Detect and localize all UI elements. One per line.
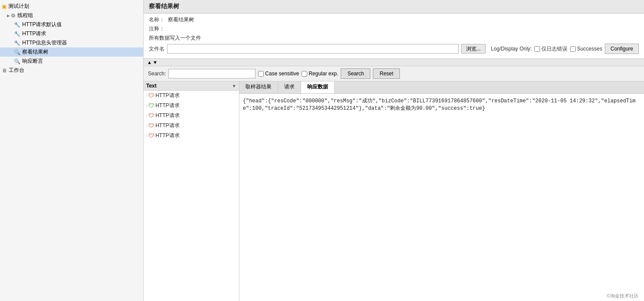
tree-header-text: Text — [146, 83, 157, 89]
regex-option[interactable]: Regular exp. — [302, 71, 338, 77]
config-panel: 名称： 察看结果树 注释： 所有数据写入一个文件 文件名 浏览... Log/D… — [144, 14, 644, 59]
tabs-row: 取样器结果请求响应数据 — [239, 81, 644, 94]
assert-icon: 🔍 — [14, 58, 20, 64]
tree-item-label: HTTP请求 — [155, 102, 179, 109]
eye-icon: 🔍 — [14, 49, 20, 55]
tree-expand-icon: ◦ — [146, 124, 148, 128]
file-input[interactable] — [167, 44, 459, 54]
tree-expand-icon: ◦ — [146, 94, 148, 98]
tree-header: Text ▼ — [144, 81, 239, 91]
status-red-icon: 🛡 — [148, 112, 154, 119]
log-error-option[interactable]: 仅日志错误 — [534, 45, 567, 53]
tree-item[interactable]: ◦🛡HTTP请求 — [144, 131, 239, 141]
expand-icon: ▶ — [7, 14, 10, 18]
regex-label: Regular exp. — [309, 71, 338, 77]
sidebar-item-label: HTTP信息头管理器 — [22, 39, 67, 47]
case-sensitive-label: Case sensitive — [265, 71, 299, 77]
sidebar-item-result-tree[interactable]: 🔍察看结果树 — [0, 47, 143, 57]
footer: ©淘金技术社区 — [601, 291, 644, 301]
tree-item[interactable]: ◦🛡HTTP请求 — [144, 111, 239, 121]
comment-label: 注释： — [149, 25, 164, 33]
sidebar: ▣测试计划▶⚙线程组🔧HTTP请求默认值🔧HTTP请求🔧HTTP信息头管理器🔍察… — [0, 0, 144, 301]
tree-expand-icon: ◦ — [146, 114, 148, 118]
tree-item-label: HTTP请求 — [155, 112, 179, 119]
sidebar-item-label: HTTP请求 — [22, 30, 46, 37]
content-area: Text ▼ ◦🛡HTTP请求◦🛡HTTP请求◦🛡HTTP请求◦🛡HTTP请求◦… — [144, 81, 644, 301]
tree-item-label: HTTP请求 — [155, 92, 179, 99]
successes-checkbox[interactable] — [570, 46, 576, 52]
monitor-icon: 🖥 — [2, 68, 7, 74]
sidebar-item-label: 测试计划 — [8, 3, 29, 10]
search-button[interactable]: Search — [341, 68, 370, 79]
log-error-checkbox[interactable] — [534, 46, 540, 52]
tree-expand-icon: ◦ — [146, 134, 148, 138]
status-green-icon: 🛡 — [148, 102, 154, 109]
sidebar-item-http-default[interactable]: 🔧HTTP请求默认值 — [0, 20, 143, 29]
sidebar-item-label: 察看结果树 — [22, 48, 48, 56]
sidebar-item-http-request[interactable]: 🔧HTTP请求 — [0, 29, 143, 38]
case-sensitive-checkbox[interactable] — [258, 71, 264, 77]
sidebar-item-response-assert[interactable]: 🔍响应断言 — [0, 57, 143, 66]
status-red-icon: 🛡 — [148, 92, 154, 99]
reset-button[interactable]: Reset — [373, 68, 399, 79]
workbench-label: 工作台 — [9, 67, 24, 74]
panel-title-text: 察看结果树 — [149, 3, 179, 10]
sidebar-item-test-plan[interactable]: ▣测试计划 — [0, 2, 143, 11]
tree-item-label: HTTP请求 — [155, 122, 179, 129]
status-red-icon: 🛡 — [148, 122, 154, 129]
main-panel: 察看结果树 名称： 察看结果树 注释： 所有数据写入一个文件 文件名 浏览...… — [144, 0, 644, 301]
sort-down-icon[interactable]: ▼ — [153, 60, 158, 65]
log-error-label: 仅日志错误 — [541, 45, 567, 53]
tree-dropdown-icon[interactable]: ▼ — [232, 84, 236, 88]
result-panel: 取样器结果请求响应数据 {"head":{"resCode":"000000",… — [239, 81, 644, 301]
browse-button[interactable]: 浏览... — [461, 44, 486, 54]
footer-text: ©淘金技术社区 — [607, 293, 639, 298]
search-bar: Search: Case sensitive Regular exp. Sear… — [144, 66, 644, 81]
tree-item[interactable]: ◦🛡HTTP请求 — [144, 121, 239, 131]
tree-items-container: ◦🛡HTTP请求◦🛡HTTP请求◦🛡HTTP请求◦🛡HTTP请求◦🛡HTTP请求 — [144, 91, 239, 141]
thread-icon: ⚙ — [11, 13, 16, 19]
panel-title: 察看结果树 — [144, 0, 644, 14]
sidebar-item-thread-group[interactable]: ▶⚙线程组 — [0, 11, 143, 20]
tool-icon: 🔧 — [14, 40, 20, 46]
tool-icon: 🔧 — [14, 31, 20, 37]
tool-icon: 🔧 — [14, 22, 20, 28]
name-value: 察看结果树 — [168, 16, 194, 24]
sidebar-item-http-header[interactable]: 🔧HTTP信息头管理器 — [0, 38, 143, 47]
sort-up-icon[interactable]: ▲ — [147, 60, 152, 65]
status-red-icon: 🛡 — [148, 132, 154, 139]
successes-label: Successes — [577, 46, 602, 52]
configure-button[interactable]: Configure — [605, 44, 639, 54]
tree-panel: Text ▼ ◦🛡HTTP请求◦🛡HTTP请求◦🛡HTTP请求◦🛡HTTP请求◦… — [144, 81, 239, 301]
sidebar-item-workbench[interactable]: 🖥工作台 — [0, 66, 143, 75]
tree-item[interactable]: ◦🛡HTTP请求 — [144, 101, 239, 111]
all-data-label: 所有数据写入一个文件 — [149, 34, 201, 42]
tab-2[interactable]: 响应数据 — [301, 81, 335, 93]
search-label: Search: — [148, 71, 166, 77]
file-label: 文件名 — [149, 45, 164, 53]
tree-item[interactable]: ◦🛡HTTP请求 — [144, 91, 239, 101]
tab-0[interactable]: 取样器结果 — [239, 81, 278, 93]
name-label: 名称： — [149, 16, 164, 24]
log-display-label: Log/Display Only: — [491, 46, 532, 52]
sidebar-item-label: 响应断言 — [22, 57, 43, 65]
successes-option[interactable]: Successes — [570, 46, 602, 52]
tab-1[interactable]: 请求 — [278, 81, 301, 93]
sidebar-item-label: HTTP请求默认值 — [22, 21, 62, 28]
regex-checkbox[interactable] — [302, 71, 307, 77]
sidebar-item-label: 线程组 — [17, 12, 33, 19]
search-input[interactable] — [168, 69, 255, 78]
result-content: {"head":{"resCode":"000000","resMsg":"成功… — [239, 94, 644, 301]
case-sensitive-option[interactable]: Case sensitive — [258, 71, 299, 77]
tree-item-label: HTTP请求 — [155, 132, 179, 139]
plan-icon: ▣ — [2, 3, 7, 10]
tree-expand-icon: ◦ — [146, 104, 148, 108]
